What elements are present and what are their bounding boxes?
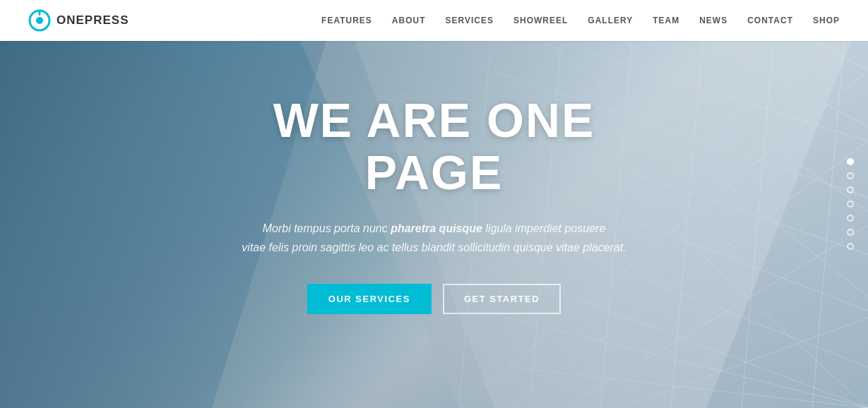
get-started-button[interactable]: GET STARTED xyxy=(443,284,561,314)
nav-item-about[interactable]: ABOUT xyxy=(392,16,426,25)
subtitle-text-after: ligula imperdiet posuere xyxy=(482,222,605,234)
nav-item-news[interactable]: NEWS xyxy=(699,16,727,25)
scroll-dot-4[interactable] xyxy=(847,215,854,222)
logo-icon xyxy=(28,9,51,32)
hero-title: WE ARE ONE PAGE xyxy=(201,94,667,200)
nav-item-contact[interactable]: CONTACT xyxy=(747,16,793,25)
scroll-dot-2[interactable] xyxy=(847,186,854,193)
logo-text: ONEPRESS xyxy=(57,13,129,28)
subtitle-bold-text: pharetra quisque xyxy=(391,222,482,234)
scroll-dot-5[interactable] xyxy=(847,229,854,236)
hero-subtitle: Morbi tempus porta nunc pharetra quisque… xyxy=(201,219,667,257)
scroll-dots xyxy=(847,158,854,250)
svg-point-1 xyxy=(36,17,43,24)
logo[interactable]: ONEPRESS xyxy=(28,9,129,32)
scroll-dot-3[interactable] xyxy=(847,200,854,208)
nav-item-services[interactable]: SERVICES xyxy=(446,16,494,25)
scroll-dot-0[interactable] xyxy=(847,158,854,165)
header: ONEPRESS FEATURESABOUTSERVICESSHOWREELGA… xyxy=(0,0,868,41)
hero-buttons: OUR SERVICES GET STARTED xyxy=(201,284,667,314)
scroll-dot-6[interactable] xyxy=(847,243,854,250)
nav-item-team[interactable]: TEAM xyxy=(653,16,679,25)
scroll-dot-1[interactable] xyxy=(847,172,854,179)
hero-content: WE ARE ONE PAGE Morbi tempus porta nunc … xyxy=(187,94,682,315)
nav-item-features[interactable]: FEATURES xyxy=(321,16,372,25)
subtitle-text-before: Morbi tempus porta nunc xyxy=(263,222,391,234)
subtitle-line2: vitae felis proin sagittis leo ac tellus… xyxy=(242,241,626,253)
nav-item-gallery[interactable]: GALLERY xyxy=(588,16,633,25)
nav-item-showreel[interactable]: SHOWREEL xyxy=(513,16,568,25)
nav-item-shop[interactable]: SHOP xyxy=(813,16,840,25)
svg-rect-2 xyxy=(39,11,41,16)
our-services-button[interactable]: OUR SERVICES xyxy=(307,284,432,314)
main-nav: FEATURESABOUTSERVICESSHOWREELGALLERYTEAM… xyxy=(321,16,840,25)
hero-section: WE ARE ONE PAGE Morbi tempus porta nunc … xyxy=(0,0,868,408)
